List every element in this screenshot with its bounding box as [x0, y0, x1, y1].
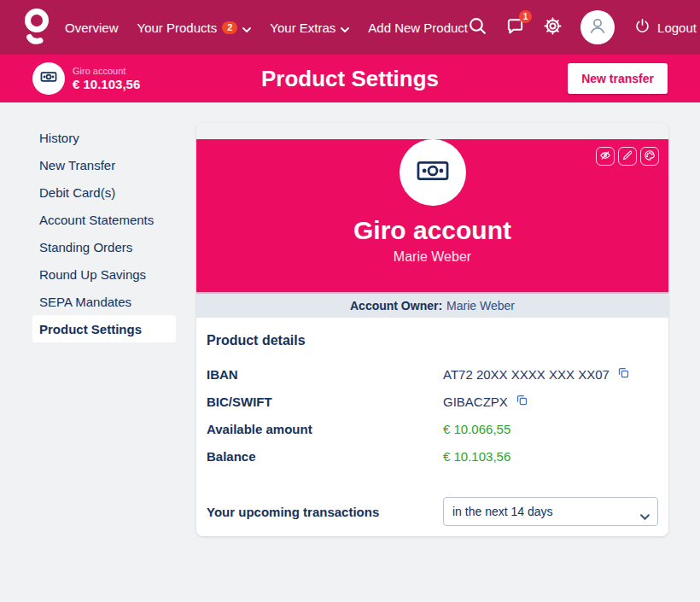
account-owner-value: Marie Weber	[446, 299, 515, 313]
sidebar-item-round-up-savings[interactable]: Round Up Savings	[32, 260, 176, 288]
account-subheader: Giro account € 10.103,56 Product Setting…	[0, 55, 700, 102]
nav-label: Your Extras	[270, 20, 335, 35]
pencil-icon	[621, 149, 633, 164]
product-details-section: Product details IBAN AT72 20XX XXXX XXX …	[196, 318, 668, 536]
product-icon-circle	[400, 139, 466, 206]
sidebar-item-new-transfer[interactable]: New Transfer	[32, 151, 176, 178]
logout-label: Logout	[657, 20, 697, 35]
iban-value: AT72 20XX XXXX XXX XX07	[443, 367, 610, 382]
edit-product-button[interactable]	[618, 147, 637, 166]
settings-button[interactable]	[543, 16, 563, 38]
detail-label: IBAN	[207, 367, 443, 382]
detail-row-available-amount: Available amount € 10.066,55	[207, 415, 658, 442]
sidebar-item-debit-cards[interactable]: Debit Card(s)	[32, 178, 176, 206]
banknote-icon	[414, 152, 452, 193]
upcoming-range-select-wrap: in the next 14 days	[443, 497, 658, 526]
george-logo-icon	[19, 6, 51, 49]
product-card: Giro account Marie Weber Account Owner: …	[196, 123, 668, 536]
page: Overview Your Products 2 Your Extras Add…	[0, 0, 700, 602]
hide-product-button[interactable]	[596, 147, 615, 166]
sidebar-item-product-settings[interactable]: Product Settings	[32, 315, 176, 342]
bank-logo[interactable]	[19, 6, 51, 49]
nav-item-your-extras[interactable]: Your Extras	[270, 20, 349, 35]
account-chip-name: Giro account	[73, 66, 140, 77]
available-amount-value: € 10.066,55	[443, 422, 510, 436]
power-icon	[634, 18, 650, 37]
new-transfer-button[interactable]: New transfer	[568, 63, 668, 94]
sidebar-item-sepa-mandates[interactable]: SEPA Mandates	[32, 288, 176, 315]
main-nav: Overview Your Products 2 Your Extras Add…	[65, 20, 468, 35]
balance-value: € 10.103,56	[443, 449, 510, 464]
chevron-down-icon	[242, 20, 251, 35]
products-count-badge: 2	[222, 21, 237, 34]
nav-item-overview[interactable]: Overview	[65, 20, 119, 35]
detail-row-bic: BIC/SWIFT GIBACZPX	[207, 388, 658, 415]
nav-label: Your Products	[137, 20, 218, 35]
nav-item-your-products[interactable]: Your Products 2	[137, 20, 252, 35]
person-icon	[586, 15, 609, 40]
page-title: Product Settings	[261, 66, 439, 92]
messages-button[interactable]: 1	[505, 16, 525, 38]
content-area: History New Transfer Debit Card(s) Accou…	[0, 102, 700, 602]
product-card-header: Giro account Marie Weber	[196, 139, 668, 294]
user-avatar[interactable]	[580, 10, 615, 44]
copy-bic-button[interactable]	[516, 394, 528, 409]
gear-icon	[543, 16, 563, 38]
product-details-heading: Product details	[207, 333, 658, 348]
copy-icon	[617, 366, 630, 382]
product-title: Giro account	[196, 216, 668, 245]
theme-product-button[interactable]	[640, 147, 659, 166]
top-navigation-bar: Overview Your Products 2 Your Extras Add…	[0, 0, 700, 55]
product-sidebar: History New Transfer Debit Card(s) Accou…	[32, 124, 176, 342]
account-chip-balance: € 10.103,56	[73, 77, 140, 92]
logout-button[interactable]: Logout	[634, 18, 697, 37]
detail-row-iban: IBAN AT72 20XX XXXX XXX XX07	[207, 360, 658, 388]
bic-value: GIBACZPX	[443, 395, 508, 409]
search-icon	[468, 16, 487, 38]
upcoming-transactions-label: Your upcoming transactions	[207, 505, 443, 519]
detail-row-balance: Balance € 10.103,56	[207, 442, 658, 470]
upcoming-range-select[interactable]: in the next 14 days	[443, 497, 658, 526]
upcoming-transactions-row: Your upcoming transactions in the next 1…	[207, 497, 658, 526]
topbar-actions: 1	[468, 10, 697, 44]
sidebar-item-account-statements[interactable]: Account Statements	[32, 206, 176, 233]
detail-label: BIC/SWIFT	[207, 395, 443, 409]
product-owner-name: Marie Weber	[196, 249, 668, 265]
detail-label: Available amount	[207, 422, 443, 436]
nav-item-add-new-product[interactable]: Add New Product	[368, 20, 468, 35]
sidebar-item-history[interactable]: History	[32, 124, 176, 151]
account-owner-label: Account Owner:	[350, 299, 442, 313]
palette-icon	[644, 149, 656, 164]
chevron-down-icon	[341, 20, 349, 35]
nav-label: Add New Product	[368, 20, 468, 35]
detail-value: AT72 20XX XXXX XXX XX07	[443, 366, 630, 382]
account-circle	[32, 62, 65, 95]
account-chip[interactable]: Giro account € 10.103,56	[32, 62, 140, 95]
nav-label: Overview	[65, 20, 119, 35]
sidebar-item-standing-orders[interactable]: Standing Orders	[32, 233, 176, 260]
account-owner-strip: Account Owner: Marie Weber	[196, 294, 668, 318]
eye-off-icon	[599, 149, 611, 164]
copy-icon	[516, 394, 528, 409]
detail-label: Balance	[207, 449, 443, 464]
copy-iban-button[interactable]	[617, 366, 630, 382]
notification-badge: 1	[519, 10, 532, 23]
card-actions	[596, 147, 659, 166]
banknote-icon	[39, 67, 58, 90]
detail-value: GIBACZPX	[443, 394, 528, 409]
search-button[interactable]	[468, 16, 487, 38]
account-chip-text: Giro account € 10.103,56	[73, 66, 140, 92]
